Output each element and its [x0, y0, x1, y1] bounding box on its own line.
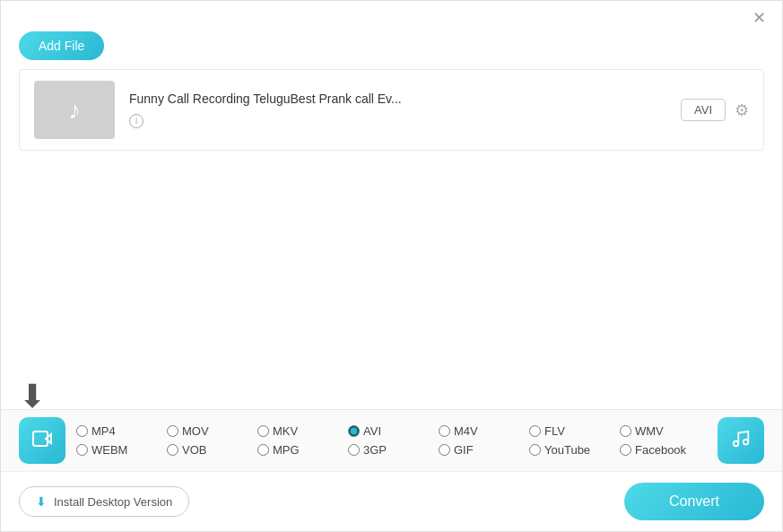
convert-button[interactable]: Convert [624, 483, 764, 520]
format-m4v[interactable]: M4V [439, 424, 526, 438]
install-label: Install Desktop Version [54, 495, 172, 509]
svg-point-2 [734, 440, 739, 446]
file-name: Funny Call Recording TeluguBest Prank ca… [129, 92, 681, 106]
video-icon [31, 428, 53, 454]
radio-flv[interactable] [529, 425, 541, 437]
format-vob[interactable]: VOB [167, 443, 254, 457]
settings-icon[interactable]: ⚙ [735, 100, 749, 120]
download-icon: ⬇ [36, 494, 47, 509]
format-selector: MP4 MOV MKV AVI M4V [19, 410, 764, 471]
file-list: ♪ Funny Call Recording TeluguBest Prank … [1, 69, 782, 355]
radio-youtube[interactable] [529, 444, 541, 456]
music-icon: ♪ [68, 96, 81, 125]
format-facebook[interactable]: Facebook [620, 443, 707, 457]
format-mpg[interactable]: MPG [257, 443, 344, 457]
format-flv[interactable]: FLV [529, 424, 616, 438]
radio-mov[interactable] [167, 425, 178, 437]
file-info: Funny Call Recording TeluguBest Prank ca… [129, 92, 681, 128]
install-desktop-button[interactable]: ⬇ Install Desktop Version [19, 486, 189, 517]
header: Add File [1, 31, 782, 69]
file-thumbnail: ♪ [34, 81, 115, 139]
audio-icon [731, 429, 751, 453]
file-item: ♪ Funny Call Recording TeluguBest Prank … [19, 69, 764, 151]
radio-vob[interactable] [167, 444, 178, 456]
radio-facebook[interactable] [620, 444, 631, 456]
format-webm[interactable]: WEBM [76, 443, 163, 457]
format-gif[interactable]: GIF [439, 443, 526, 457]
add-file-button[interactable]: Add File [19, 31, 104, 60]
video-format-icon-box[interactable] [19, 417, 65, 464]
format-badge[interactable]: AVI [681, 99, 726, 121]
format-radio-grid: MP4 MOV MKV AVI M4V [76, 419, 707, 462]
file-actions: AVI ⚙ [681, 99, 749, 121]
radio-mp4[interactable] [76, 425, 88, 437]
title-bar: ✕ [1, 1, 782, 31]
footer: ⬇ Install Desktop Version Convert [1, 471, 782, 531]
format-mov[interactable]: MOV [167, 424, 254, 438]
close-button[interactable]: ✕ [747, 8, 771, 28]
radio-m4v[interactable] [439, 425, 450, 437]
radio-mpg[interactable] [257, 444, 269, 456]
format-youtube[interactable]: YouTube [529, 443, 616, 457]
info-icon[interactable]: i [129, 114, 144, 128]
audio-format-icon-box[interactable] [718, 417, 764, 464]
arrow-area: ⬇ [1, 355, 782, 409]
radio-gif[interactable] [439, 444, 450, 456]
radio-avi[interactable] [348, 425, 360, 437]
radio-wmv[interactable] [620, 425, 631, 437]
format-avi[interactable]: AVI [348, 424, 435, 438]
format-3gp[interactable]: 3GP [348, 443, 435, 457]
svg-point-3 [744, 439, 749, 444]
conversion-area: MP4 MOV MKV AVI M4V [1, 409, 782, 471]
radio-mkv[interactable] [257, 425, 269, 437]
format-wmv[interactable]: WMV [620, 424, 707, 438]
format-mkv[interactable]: MKV [257, 424, 344, 438]
down-arrow-icon: ⬇ [19, 380, 46, 413]
format-mp4[interactable]: MP4 [76, 424, 163, 438]
radio-3gp[interactable] [348, 444, 360, 456]
radio-webm[interactable] [76, 444, 88, 456]
app-container: ✕ Add File ♪ Funny Call Recording Telugu… [0, 0, 783, 532]
